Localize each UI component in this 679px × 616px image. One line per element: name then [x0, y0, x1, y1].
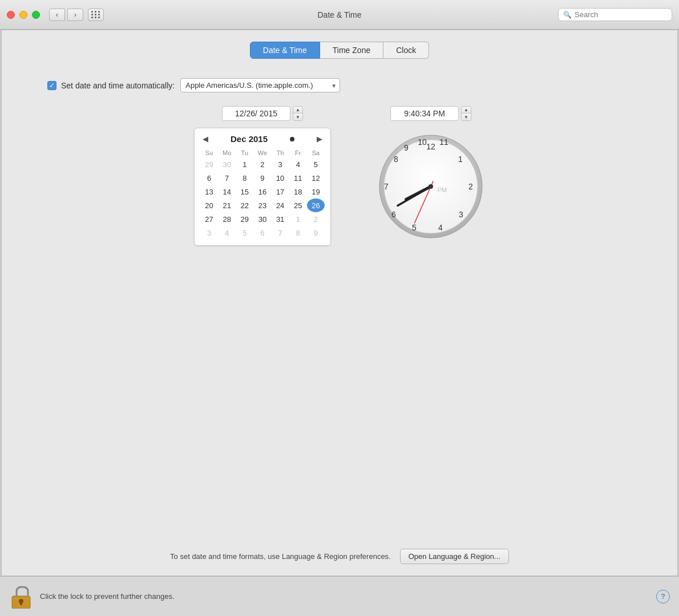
- col-su: Su: [200, 148, 218, 157]
- col-we: We: [253, 148, 271, 157]
- calendar-day[interactable]: 28: [218, 212, 236, 226]
- time-stepper: ▲ ▼: [461, 106, 471, 121]
- cal-today-dot[interactable]: [290, 137, 294, 141]
- calendar-day[interactable]: 22: [236, 198, 253, 212]
- date-stepper-down[interactable]: ▼: [293, 114, 302, 120]
- calendar-day[interactable]: 1: [289, 212, 307, 226]
- back-button[interactable]: ‹: [49, 9, 65, 21]
- calendar-day[interactable]: 9: [253, 171, 271, 185]
- calendar-day[interactable]: 30: [253, 212, 271, 226]
- tabs-container: Date & Time Time Zone Clock: [13, 42, 666, 59]
- svg-text:3: 3: [459, 210, 463, 219]
- calendar-day[interactable]: 11: [289, 171, 307, 185]
- calendar-day[interactable]: 9: [307, 226, 325, 240]
- calendar-day[interactable]: 27: [200, 212, 218, 226]
- calendar-day[interactable]: 12: [307, 171, 325, 185]
- calendar-day[interactable]: 19: [307, 185, 325, 198]
- calendar-day[interactable]: 30: [218, 157, 236, 171]
- tab-time-zone[interactable]: Time Zone: [320, 42, 383, 59]
- svg-text:6: 6: [391, 210, 396, 219]
- calendar-day[interactable]: 3: [200, 226, 218, 240]
- calendar-row: 6789101112: [200, 171, 325, 185]
- cal-prev-button[interactable]: ◀: [203, 135, 208, 143]
- tab-date-time[interactable]: Date & Time: [250, 42, 320, 59]
- calendar-day[interactable]: 8: [236, 171, 253, 185]
- calendar-day[interactable]: 6: [253, 226, 271, 240]
- calendar-day[interactable]: 7: [218, 171, 236, 185]
- server-value: Apple Americas/U.S. (time.apple.com.): [185, 81, 313, 90]
- calendar-day[interactable]: 14: [218, 185, 236, 198]
- calendar-day[interactable]: 17: [272, 185, 289, 198]
- calendar-day[interactable]: 29: [236, 212, 253, 226]
- calendar-day[interactable]: 18: [289, 185, 307, 198]
- calendar-day[interactable]: 25: [289, 198, 307, 212]
- calendar-day[interactable]: 2: [307, 212, 325, 226]
- calendar-header: ◀ Dec 2015 ▶: [200, 134, 325, 144]
- search-icon: 🔍: [563, 11, 572, 19]
- bottom-bar: Click the lock to prevent further change…: [0, 576, 679, 616]
- time-stepper-up[interactable]: ▲: [462, 107, 471, 114]
- cal-next-button[interactable]: ▶: [317, 135, 322, 143]
- calendar: ◀ Dec 2015 ▶ Su Mo Tu We Th: [194, 128, 331, 246]
- calendar-day[interactable]: 29: [200, 157, 218, 171]
- calendar-day[interactable]: 6: [200, 171, 218, 185]
- calendar-day[interactable]: 26: [307, 198, 325, 212]
- svg-text:8: 8: [394, 155, 398, 164]
- auto-set-checkbox[interactable]: ✓: [47, 81, 56, 90]
- svg-text:2: 2: [468, 182, 473, 191]
- auto-set-label: Set date and time automatically:: [61, 81, 175, 90]
- calendar-day[interactable]: 1: [236, 157, 253, 171]
- time-stepper-down[interactable]: ▼: [462, 114, 471, 120]
- calendar-day[interactable]: 23: [253, 198, 271, 212]
- grid-button[interactable]: [88, 9, 104, 21]
- search-input[interactable]: [575, 10, 667, 19]
- date-stepper-up[interactable]: ▲: [293, 107, 302, 114]
- svg-point-18: [429, 184, 433, 189]
- calendar-day[interactable]: 8: [289, 226, 307, 240]
- calendar-day[interactable]: 16: [253, 185, 271, 198]
- calendar-day[interactable]: 4: [218, 226, 236, 240]
- clock-svg: 12 1 2 3 4 5 6 7 8 9 10 11 PM: [377, 132, 485, 241]
- lock-button[interactable]: [9, 585, 33, 609]
- help-button[interactable]: ?: [656, 590, 670, 603]
- server-dropdown[interactable]: Apple Americas/U.S. (time.apple.com.): [180, 78, 340, 92]
- forward-button[interactable]: ›: [67, 9, 83, 21]
- calendar-day[interactable]: 21: [218, 198, 236, 212]
- tab-clock[interactable]: Clock: [383, 42, 429, 59]
- calendar-row: 3456789: [200, 226, 325, 240]
- clock-section: 9:40:34 PM ▲ ▼: [377, 106, 485, 241]
- svg-text:9: 9: [404, 143, 409, 152]
- bottom-text: To set date and time formats, use Langua…: [147, 537, 532, 576]
- col-th: Th: [272, 148, 289, 157]
- calendar-day[interactable]: 3: [272, 157, 289, 171]
- calendar-day[interactable]: 20: [200, 198, 218, 212]
- calendar-grid: Su Mo Tu We Th Fr Sa 2930123456789101112…: [200, 148, 325, 240]
- open-language-region-button[interactable]: Open Language & Region...: [400, 549, 509, 564]
- svg-text:12: 12: [426, 142, 435, 151]
- date-field[interactable]: 12/26/ 2015: [222, 106, 290, 121]
- date-section: 12/26/ 2015 ▲ ▼ ◀ Dec 2015 ▶: [194, 106, 331, 246]
- close-button[interactable]: [7, 11, 15, 19]
- calendar-day[interactable]: 5: [236, 226, 253, 240]
- calendar-day[interactable]: 4: [289, 157, 307, 171]
- calendar-day[interactable]: 10: [272, 171, 289, 185]
- svg-rect-21: [20, 602, 22, 605]
- calendar-row: 272829303112: [200, 212, 325, 226]
- calendar-day[interactable]: 2: [253, 157, 271, 171]
- calendar-day[interactable]: 5: [307, 157, 325, 171]
- maximize-button[interactable]: [32, 11, 40, 19]
- search-bar: 🔍: [558, 8, 672, 21]
- calendar-day[interactable]: 24: [272, 198, 289, 212]
- settings-area: ✓ Set date and time automatically: Apple…: [13, 72, 666, 576]
- calendar-row: 13141516171819: [200, 185, 325, 198]
- minimize-button[interactable]: [19, 11, 27, 19]
- time-field[interactable]: 9:40:34 PM: [390, 106, 459, 121]
- calendar-day[interactable]: 7: [272, 226, 289, 240]
- calendar-day[interactable]: 31: [272, 212, 289, 226]
- svg-text:11: 11: [439, 137, 448, 147]
- col-mo: Mo: [218, 148, 236, 157]
- auto-set-row: ✓ Set date and time automatically: Apple…: [47, 78, 340, 92]
- calendar-day[interactable]: 15: [236, 185, 253, 198]
- svg-text:5: 5: [412, 223, 417, 232]
- calendar-day[interactable]: 13: [200, 185, 218, 198]
